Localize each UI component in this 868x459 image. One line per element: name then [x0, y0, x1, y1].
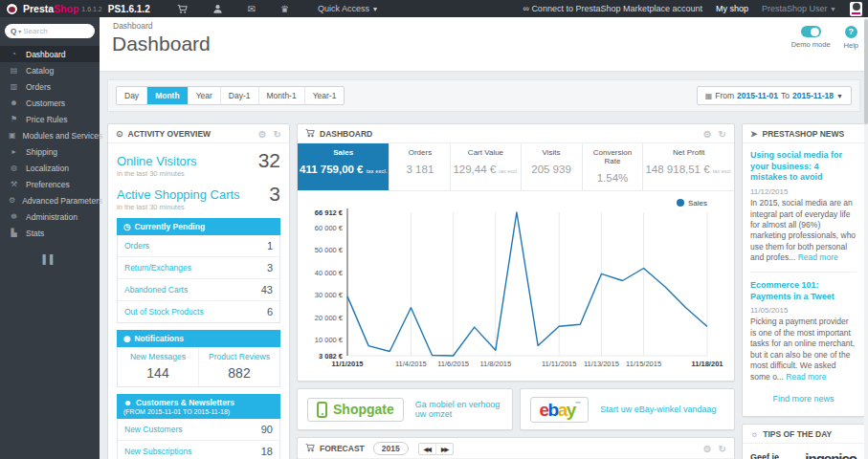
- customers-quick-icon[interactable]: [212, 4, 223, 14]
- sales-chart: 11/1/201511/4/201511/6/201511/8/201511/1…: [298, 191, 734, 381]
- modules-icon: ▣: [9, 131, 16, 140]
- svg-text:20 000 €: 20 000 €: [315, 314, 344, 322]
- sidebar-item-customers[interactable]: ☻Customers: [0, 95, 100, 111]
- product-reviews-cell[interactable]: Product Reviews882: [198, 347, 279, 386]
- ebay-link[interactable]: Start uw eBay-winkel vandaag: [600, 404, 716, 414]
- breadcrumb: Dashboard: [100, 17, 868, 31]
- currently-pending-rows: Orders1 Return/Exchanges3 Abandoned Cart…: [117, 235, 280, 323]
- news-article-title[interactable]: Ecommerce 101: Payments in a Tweet: [750, 280, 857, 302]
- previous-year-button[interactable]: ◀◀: [419, 444, 436, 454]
- trophy-icon[interactable]: ♛: [280, 4, 289, 14]
- out-of-stock-row[interactable]: Out of Stock Products6: [118, 301, 279, 322]
- range-month-1-button[interactable]: Month-1: [259, 87, 305, 104]
- module-ads-row: Shopgate Ga mobiel en verhoog uw omzet e…: [297, 388, 735, 430]
- ebay-logo[interactable]: ebay™: [530, 397, 590, 423]
- gear-icon[interactable]: ⚙: [703, 129, 712, 140]
- kpi-cart-value[interactable]: Cart Value129,44 € tax excl.: [451, 143, 521, 190]
- customers-icon: ☻: [9, 98, 19, 107]
- preferences-icon: ⚒: [9, 180, 19, 188]
- customers-newsletters-header: ☻Customers & Newsletters (FROM 2015-11-0…: [117, 394, 280, 419]
- new-messages-cell[interactable]: New Messages144: [118, 347, 198, 386]
- sidebar-item-catalog[interactable]: ▤Catalog: [0, 62, 100, 78]
- kpi-net-profit[interactable]: Net Profit148 918,51 € tax excl.: [643, 143, 734, 190]
- help-icon[interactable]: ?: [845, 26, 857, 38]
- ebay-ad: ebay™ Start uw eBay-winkel vandaag: [520, 388, 736, 430]
- range-day-button[interactable]: Day: [117, 87, 147, 104]
- cart-icon: [305, 128, 315, 140]
- scrollbar-thumb[interactable]: [864, 19, 868, 124]
- demo-mode-toggle[interactable]: [801, 26, 821, 37]
- refresh-icon[interactable]: ↻: [719, 444, 726, 454]
- sidebar-item-shipping[interactable]: ▸Shipping: [0, 143, 100, 160]
- pending-returns-row[interactable]: Return/Exchanges3: [118, 257, 279, 279]
- online-visitors-link[interactable]: Online Visitors: [117, 154, 197, 168]
- svg-text:66 912 €: 66 912 €: [315, 208, 344, 217]
- collapse-menu-icon[interactable]: ▌▌: [0, 254, 100, 264]
- pending-orders-row[interactable]: Orders1: [118, 235, 279, 257]
- sidebar-item-preferences[interactable]: ⚒Preferences: [0, 176, 100, 192]
- range-year-button[interactable]: Year: [189, 87, 221, 104]
- range-year-1-button[interactable]: Year-1: [305, 87, 345, 104]
- new-subscriptions-row[interactable]: New Subscriptions18: [118, 441, 279, 459]
- svg-text:3 082 €: 3 082 €: [319, 352, 344, 361]
- sidebar-item-price-rules[interactable]: ⚑Price Rules: [0, 111, 100, 127]
- gear-icon[interactable]: ⚙: [258, 129, 267, 140]
- read-more-link[interactable]: Read more: [798, 252, 838, 262]
- date-range-picker[interactable]: ▦ From2015-11-01 To2015-11-18 ▼: [697, 86, 852, 105]
- shipping-icon: ▸: [9, 147, 19, 156]
- page-title: Dashboard: [100, 31, 868, 55]
- dashboard-panel: DASHBOARD ⚙↻ Sales411 759,00 € tax excl.…: [297, 123, 735, 382]
- shopgate-logo[interactable]: Shopgate: [307, 398, 404, 422]
- my-shop-link[interactable]: My shop: [716, 4, 748, 13]
- refresh-icon[interactable]: ↻: [719, 129, 726, 140]
- chevron-down-icon: ▼: [830, 6, 836, 12]
- advanced-parameters-icon: ⚙: [9, 196, 15, 205]
- date-from: 2015-11-01: [737, 91, 778, 100]
- sidebar-search[interactable]: Q ▾: [5, 24, 95, 38]
- messages-icon[interactable]: ✉: [248, 4, 256, 14]
- range-day-1-button[interactable]: Day-1: [221, 87, 259, 104]
- sidebar-item-stats[interactable]: ▙Stats: [0, 225, 100, 241]
- new-customers-row[interactable]: New Customers90: [118, 419, 279, 441]
- user-menu[interactable]: PrestaShop User ▼: [762, 4, 836, 13]
- svg-text:30 000 €: 30 000 €: [315, 291, 344, 299]
- customers-rows: New Customers90 New Subscriptions18 Tota…: [117, 419, 280, 459]
- read-more-link[interactable]: Read more: [786, 372, 826, 382]
- notifications-header: ◉Notifications: [117, 330, 280, 347]
- kpi-orders[interactable]: Orders3 181: [389, 143, 451, 190]
- sidebar-item-localization[interactable]: ◍Localization: [0, 160, 100, 176]
- active-carts-value: 3: [269, 183, 280, 206]
- version-label: PS1.6.1.2: [108, 4, 150, 14]
- shopgate-link[interactable]: Ga mobiel en verhoog uw omzet: [415, 400, 502, 419]
- cart-icon[interactable]: [177, 4, 188, 14]
- svg-text:50 000 €: 50 000 €: [315, 246, 344, 254]
- svg-text:Sales: Sales: [688, 199, 707, 208]
- search-input[interactable]: [23, 27, 78, 35]
- marketplace-link[interactable]: ∞ Connect to PrestaShop Marketplace acco…: [523, 4, 702, 13]
- gear-icon[interactable]: ⚙: [703, 444, 712, 454]
- dashboard-content: Day Month Year Day-1 Month-1 Year-1 ▦ Fr…: [100, 72, 868, 459]
- panel-title: ACTIVITY OVERVIEW: [128, 129, 211, 139]
- next-year-button[interactable]: ▶▶: [436, 444, 453, 454]
- quick-access-menu[interactable]: Quick Access ▼: [318, 4, 378, 13]
- forecast-year[interactable]: 2015: [373, 442, 409, 455]
- help-label: Help: [844, 41, 858, 50]
- find-more-news-link[interactable]: Find more news: [750, 394, 857, 407]
- sidebar-item-advanced-parameters[interactable]: ⚙Advanced Parameters: [0, 192, 100, 208]
- range-month-button[interactable]: Month: [147, 87, 189, 104]
- refresh-icon[interactable]: ↻: [274, 129, 281, 140]
- svg-text:40 000 €: 40 000 €: [315, 269, 344, 277]
- kpi-conversion-rate[interactable]: Conversion Rate1.54%: [583, 143, 644, 190]
- sidebar-item-orders[interactable]: ▥Orders: [0, 78, 100, 95]
- sidebar-item-modules[interactable]: ▣Modules and Services: [0, 127, 100, 143]
- news-article-title[interactable]: Using social media for your business: 4 …: [750, 150, 857, 184]
- person-icon: ☻: [123, 398, 132, 407]
- abandoned-carts-row[interactable]: Abandoned Carts43: [118, 279, 279, 301]
- active-carts-link[interactable]: Active Shopping Carts: [117, 187, 240, 202]
- clock-icon: ◷: [123, 222, 130, 231]
- kpi-sales[interactable]: Sales411 759,00 € tax excl.: [298, 143, 389, 190]
- kpi-visits[interactable]: Visits205 939: [522, 143, 583, 190]
- user-avatar[interactable]: [850, 2, 862, 16]
- sidebar-item-dashboard[interactable]: ◔Dashboard: [0, 46, 100, 62]
- sidebar-item-administration[interactable]: ☸Administration: [0, 208, 100, 225]
